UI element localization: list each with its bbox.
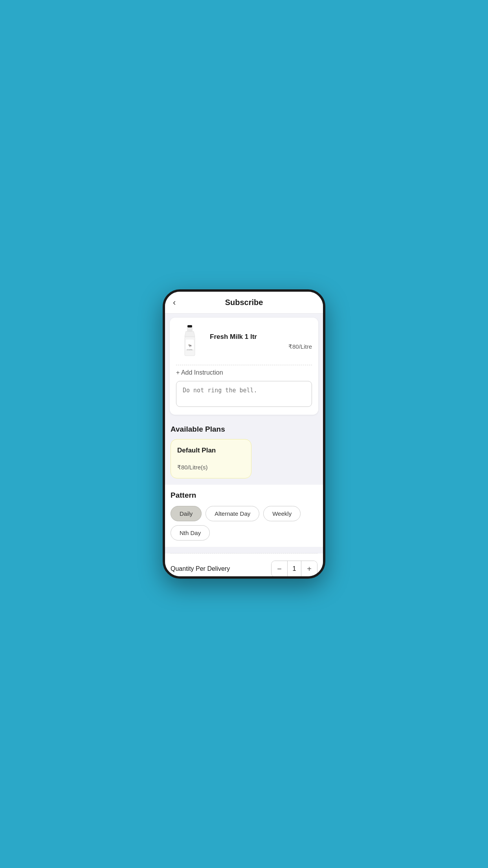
instruction-input[interactable] xyxy=(176,381,312,407)
header: ‹ Subscribe xyxy=(165,292,323,314)
product-details: Fresh Milk 1 ltr ₹80/Litre xyxy=(210,333,312,350)
back-icon: ‹ xyxy=(173,298,176,308)
available-plans-title: Available Plans xyxy=(171,425,317,434)
product-card: 🐄 GOURLI Fresh Milk 1 ltr ₹80/Litre + Ad… xyxy=(170,318,318,415)
pattern-daily-button[interactable]: Daily xyxy=(171,506,202,521)
quantity-label: Quantity Per Delivery xyxy=(171,565,230,572)
pattern-alternate-button[interactable]: Alternate Day xyxy=(205,506,259,521)
add-instruction-button[interactable]: + Add Instruction xyxy=(176,369,312,376)
product-name: Fresh Milk 1 ltr xyxy=(210,333,312,341)
quantity-decrement-button[interactable]: − xyxy=(272,561,287,576)
pattern-section: Pattern Daily Alternate Day Weekly Nth D… xyxy=(165,485,323,547)
svg-text:🐄: 🐄 xyxy=(188,344,192,348)
quantity-increment-button[interactable]: + xyxy=(301,561,317,576)
milk-bottle-icon: 🐄 GOURLI xyxy=(182,325,198,359)
screen: ‹ Subscribe xyxy=(165,292,323,576)
product-price: ₹80/Litre xyxy=(288,343,312,350)
pattern-title: Pattern xyxy=(171,491,317,500)
pattern-nthday-button[interactable]: Nth Day xyxy=(171,525,210,541)
svg-rect-0 xyxy=(187,325,192,327)
plan-card[interactable]: Default Plan ₹80/Litre(s) xyxy=(171,439,251,478)
plan-name: Default Plan xyxy=(177,447,245,454)
phone-frame: ‹ Subscribe xyxy=(163,289,325,579)
divider xyxy=(176,365,312,365)
pattern-weekly-button[interactable]: Weekly xyxy=(263,506,301,521)
back-button[interactable]: ‹ xyxy=(173,298,176,308)
plan-price: ₹80/Litre(s) xyxy=(177,464,245,471)
available-plans-section: Available Plans Default Plan ₹80/Litre(s… xyxy=(165,419,323,485)
svg-text:GOURLI: GOURLI xyxy=(187,349,193,351)
quantity-value: 1 xyxy=(287,561,301,576)
page-title: Subscribe xyxy=(225,298,263,307)
svg-rect-1 xyxy=(187,327,193,331)
pattern-buttons: Daily Alternate Day Weekly Nth Day xyxy=(171,506,317,541)
quantity-section: Quantity Per Delivery − 1 + xyxy=(165,554,323,576)
product-image: 🐄 GOURLI xyxy=(176,324,204,359)
quantity-stepper: − 1 + xyxy=(271,561,317,576)
product-info: 🐄 GOURLI Fresh Milk 1 ltr ₹80/Litre xyxy=(176,324,312,359)
